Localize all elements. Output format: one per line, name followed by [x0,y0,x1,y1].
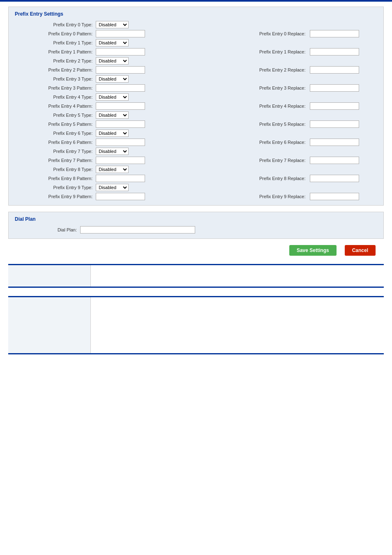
prefix-entry-8-type-row: Prefix Entry 8 Type:DisabledAdd PrefixRe… [13,165,379,174]
prefix-entry-9-type-label: Prefix Entry 9 Type: [13,183,94,192]
prefix-entry-1-replace-input[interactable] [310,48,359,56]
prefix-entry-4-type-select[interactable]: DisabledAdd PrefixRemove PrefixReplace P… [96,93,129,101]
prefix-entry-0-pattern-input[interactable] [96,30,145,37]
dial-plan-row: Dial Plan: [13,225,379,234]
prefix-entry-6-pattern-label: Prefix Entry 6 Pattern: [13,138,94,147]
prefix-entry-3-pattern-row: Prefix Entry 3 Pattern:Prefix Entry 3 Re… [13,83,379,92]
prefix-entry-8-pattern-row: Prefix Entry 8 Pattern:Prefix Entry 8 Re… [13,174,379,183]
prefix-entry-5-pattern-input[interactable] [96,120,145,128]
bottom-tables-wrapper [8,264,384,354]
prefix-entry-8-type-select[interactable]: DisabledAdd PrefixRemove PrefixReplace P… [96,166,129,173]
prefix-entry-1-pattern-input[interactable] [96,48,145,56]
dial-plan-section: Dial Plan Dial Plan: [8,212,384,239]
prefix-entry-7-pattern-label: Prefix Entry 7 Pattern: [13,156,94,165]
bottom-table-1 [8,264,384,288]
bottom-table-section-2 [8,296,384,354]
prefix-entry-5-pattern-label: Prefix Entry 5 Pattern: [13,120,94,129]
action-buttons-row: Save Settings Cancel [16,245,376,256]
prefix-entry-8-replace-label: Prefix Entry 8 Replace: [226,174,308,183]
prefix-entry-6-pattern-input[interactable] [96,139,145,146]
prefix-entry-4-pattern-input[interactable] [96,102,145,110]
dial-plan-input[interactable] [80,226,195,234]
prefix-entry-1-type-row: Prefix Entry 1 Type:DisabledAdd PrefixRe… [13,38,379,47]
prefix-entry-0-type-select[interactable]: DisabledAdd PrefixRemove PrefixReplace P… [96,21,129,28]
prefix-entry-2-replace-input[interactable] [310,66,359,74]
bottom-table-1-col2 [90,265,384,287]
prefix-entry-4-type-label: Prefix Entry 4 Type: [13,92,94,102]
prefix-entry-9-type-select[interactable]: DisabledAdd PrefixRemove PrefixReplace P… [96,184,129,191]
bottom-table-1-col1 [8,265,90,287]
prefix-entry-5-pattern-row: Prefix Entry 5 Pattern:Prefix Entry 5 Re… [13,120,379,129]
prefix-entry-4-type-row: Prefix Entry 4 Type:DisabledAdd PrefixRe… [13,92,379,102]
prefix-entry-4-pattern-row: Prefix Entry 4 Pattern:Prefix Entry 4 Re… [13,102,379,111]
prefix-entry-7-replace-input[interactable] [310,157,359,164]
prefix-entry-4-replace-input[interactable] [310,102,359,110]
prefix-entry-9-type-row: Prefix Entry 9 Type:DisabledAdd PrefixRe… [13,183,379,192]
prefix-entry-2-type-row: Prefix Entry 2 Type:DisabledAdd PrefixRe… [13,56,379,65]
prefix-entry-2-replace-label: Prefix Entry 2 Replace: [226,65,308,74]
prefix-form-table: Prefix Entry 0 Type:DisabledAdd PrefixRe… [13,20,379,201]
prefix-entry-2-type-label: Prefix Entry 2 Type: [13,56,94,65]
prefix-entry-6-type-label: Prefix Entry 6 Type: [13,129,94,138]
prefix-entry-4-replace-label: Prefix Entry 4 Replace: [226,102,308,111]
prefix-entry-2-pattern-label: Prefix Entry 2 Pattern: [13,65,94,74]
prefix-entry-6-type-row: Prefix Entry 6 Type:DisabledAdd PrefixRe… [13,129,379,138]
prefix-entry-4-pattern-label: Prefix Entry 4 Pattern: [13,102,94,111]
page-wrapper: Prefix Entry Settings Prefix Entry 0 Typ… [0,2,392,367]
prefix-entry-5-type-select[interactable]: DisabledAdd PrefixRemove PrefixReplace P… [96,111,129,119]
prefix-entry-7-type-label: Prefix Entry 7 Type: [13,147,94,156]
prefix-settings-title: Prefix Entry Settings [13,11,379,17]
prefix-entry-5-type-label: Prefix Entry 5 Type: [13,111,94,120]
bottom-table-2 [8,296,384,354]
bottom-table-section-1 [8,264,384,288]
prefix-entry-1-replace-label: Prefix Entry 1 Replace: [226,47,308,56]
prefix-entry-7-type-row: Prefix Entry 7 Type:DisabledAdd PrefixRe… [13,147,379,156]
bottom-table-2-col1 [8,297,90,354]
prefix-entry-3-type-select[interactable]: DisabledAdd PrefixRemove PrefixReplace P… [96,75,129,83]
dial-plan-form-table: Dial Plan: [13,225,379,234]
prefix-entry-8-pattern-input[interactable] [96,175,145,182]
prefix-entry-8-pattern-label: Prefix Entry 8 Pattern: [13,174,94,183]
prefix-entry-1-type-label: Prefix Entry 1 Type: [13,38,94,47]
bottom-table-2-row [8,297,384,354]
prefix-entry-0-replace-input[interactable] [310,30,359,37]
bottom-table-2-col2 [90,297,384,354]
prefix-entry-9-pattern-input[interactable] [96,193,145,200]
prefix-entry-3-pattern-input[interactable] [96,84,145,92]
prefix-entry-0-type-label: Prefix Entry 0 Type: [13,20,94,29]
prefix-entry-5-type-row: Prefix Entry 5 Type:DisabledAdd PrefixRe… [13,111,379,120]
prefix-entry-8-type-label: Prefix Entry 8 Type: [13,165,94,174]
prefix-entry-1-type-select[interactable]: DisabledAdd PrefixRemove PrefixReplace P… [96,39,129,46]
prefix-entry-7-replace-label: Prefix Entry 7 Replace: [226,156,308,165]
prefix-entry-7-pattern-row: Prefix Entry 7 Pattern:Prefix Entry 7 Re… [13,156,379,165]
prefix-entry-0-pattern-label: Prefix Entry 0 Pattern: [13,29,94,38]
dial-plan-label: Dial Plan: [13,225,78,234]
dial-plan-title: Dial Plan [13,216,379,222]
prefix-entry-0-pattern-row: Prefix Entry 0 Pattern:Prefix Entry 0 Re… [13,29,379,38]
prefix-entry-3-replace-input[interactable] [310,84,359,92]
top-border [0,0,392,2]
prefix-entry-5-replace-label: Prefix Entry 5 Replace: [226,120,308,129]
prefix-entry-5-replace-input[interactable] [310,120,359,128]
prefix-entry-1-pattern-label: Prefix Entry 1 Pattern: [13,47,94,56]
prefix-entry-3-replace-label: Prefix Entry 3 Replace: [226,83,308,92]
prefix-entry-9-replace-label: Prefix Entry 9 Replace: [226,192,308,201]
prefix-entry-6-type-select[interactable]: DisabledAdd PrefixRemove PrefixReplace P… [96,130,129,137]
prefix-entry-1-pattern-row: Prefix Entry 1 Pattern:Prefix Entry 1 Re… [13,47,379,56]
prefix-entry-0-replace-label: Prefix Entry 0 Replace: [226,29,308,38]
prefix-entry-2-pattern-row: Prefix Entry 2 Pattern:Prefix Entry 2 Re… [13,65,379,74]
save-settings-button[interactable]: Save Settings [289,245,337,256]
prefix-entry-7-pattern-input[interactable] [96,157,145,164]
prefix-entry-2-type-select[interactable]: DisabledAdd PrefixRemove PrefixReplace P… [96,57,129,65]
prefix-entry-9-pattern-row: Prefix Entry 9 Pattern:Prefix Entry 9 Re… [13,192,379,201]
prefix-entry-7-type-select[interactable]: DisabledAdd PrefixRemove PrefixReplace P… [96,148,129,155]
prefix-entry-3-type-label: Prefix Entry 3 Type: [13,74,94,83]
prefix-entry-6-replace-input[interactable] [310,139,359,146]
prefix-entry-3-type-row: Prefix Entry 3 Type:DisabledAdd PrefixRe… [13,74,379,83]
prefix-entry-settings-section: Prefix Entry Settings Prefix Entry 0 Typ… [8,7,384,206]
prefix-entry-8-replace-input[interactable] [310,175,359,182]
prefix-entry-2-pattern-input[interactable] [96,66,145,74]
cancel-button[interactable]: Cancel [345,245,376,256]
prefix-entry-9-replace-input[interactable] [310,193,359,200]
prefix-entry-9-pattern-label: Prefix Entry 9 Pattern: [13,192,94,201]
